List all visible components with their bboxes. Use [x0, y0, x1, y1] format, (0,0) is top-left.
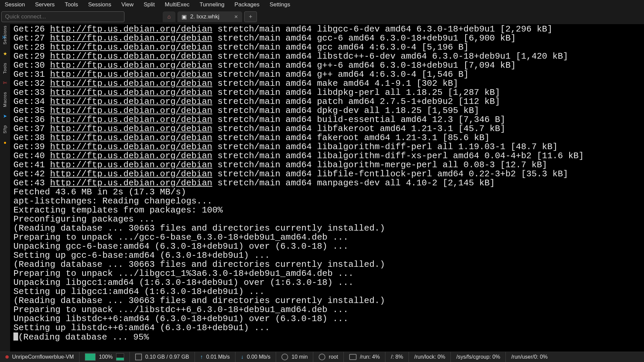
menu-item-view[interactable]: View [119, 1, 136, 9]
cpu-bar-icon [85, 353, 96, 361]
status-cgroup-label: /sys/fs/cgroup: 0% [456, 354, 500, 360]
menu-item-servers[interactable]: Servers [33, 1, 57, 9]
menu-item-split[interactable]: Split [142, 1, 157, 9]
status-uptime-label: 10 min [291, 354, 308, 360]
status-uptime: 10 min [276, 352, 313, 362]
menu-item-session[interactable]: Session [3, 1, 27, 9]
status-run-label: /run: 4% [360, 354, 380, 360]
status-runuser-label: /run/user/0: 0% [511, 354, 548, 360]
home-icon: ⌂ [167, 14, 171, 20]
plus-icon: + [249, 13, 253, 20]
status-host: UnripeCornflowerblue-VM [0, 352, 79, 362]
upload-icon: ↑ [200, 354, 203, 360]
send-icon[interactable]: ➤ [2, 113, 8, 119]
menu-item-tools[interactable]: Tools [63, 1, 80, 9]
status-netup-label: 0.01 Mb/s [206, 354, 230, 360]
menu-item-tunneling[interactable]: Tunneling [198, 1, 226, 9]
session-tab-active[interactable]: ▣ 2. lxxz.whkj ✕ [177, 11, 242, 22]
status-disk-runuser: /run/user/0: 0% [506, 352, 553, 362]
sidebar-item-sessions[interactable]: Sessions [3, 25, 7, 45]
tab-label: 2. lxxz.whkj [190, 13, 219, 20]
status-disk-run: /run: 4% [344, 352, 386, 362]
sidebar-item-macros[interactable]: Macros [3, 92, 7, 107]
status-net-down: ↓ 0.00 Mb/s [235, 352, 276, 362]
star-icon[interactable]: ★ [2, 51, 8, 57]
quick-connect-input[interactable] [1, 11, 124, 22]
status-user: root [313, 352, 344, 362]
status-net-up: ↑ 0.01 Mb/s [195, 352, 235, 362]
menubar: SessionServersToolsSessionsViewSplitMult… [0, 0, 644, 11]
status-disk-runlock: /run/lock: 0% [409, 352, 451, 362]
menu-item-sessions[interactable]: Sessions [86, 1, 113, 9]
clock-icon [281, 354, 288, 360]
status-rootfs-label: /: 8% [391, 354, 403, 360]
home-tab[interactable]: ⌂ [163, 11, 175, 22]
new-tab-button[interactable]: + [244, 11, 257, 22]
toolbar-row: ⌂ ▣ 2. lxxz.whkj ✕ + [0, 11, 644, 24]
cpu-graph-icon [116, 353, 124, 361]
memory-icon [135, 354, 142, 360]
status-disk-root: /: 8% [385, 352, 409, 362]
left-sidebar: Sessions ★ Tools ✄ Macros ➤ Sftp ● [0, 24, 10, 353]
terminal-output[interactable]: Get:26 http://ftp.us.debian.org/debian s… [10, 24, 644, 353]
menu-item-packages[interactable]: Packages [232, 1, 262, 9]
knife-icon[interactable]: ✄ [2, 80, 8, 86]
status-disk-cgroup: /sys/fs/cgroup: 0% [451, 352, 506, 362]
status-bar: UnripeCornflowerblue-VM 100% 0.10 GB / 0… [0, 352, 644, 362]
menu-item-settings[interactable]: Settings [268, 1, 292, 9]
status-mem-label: 0.10 GB / 0.97 GB [145, 354, 189, 360]
sidebar-item-sftp[interactable]: Sftp [3, 125, 7, 133]
download-icon: ↓ [241, 354, 244, 360]
dot-icon[interactable]: ● [2, 139, 8, 145]
status-mem: 0.10 GB / 0.97 GB [130, 352, 195, 362]
user-icon [319, 354, 325, 360]
status-host-label: UnripeCornflowerblue-VM [12, 354, 74, 360]
status-runlock-label: /run/lock: 0% [414, 354, 445, 360]
menu-item-multiexec[interactable]: MultiExec [163, 1, 192, 9]
status-netdn-label: 0.00 Mb/s [247, 354, 270, 360]
status-cpu-label: 100% [99, 354, 113, 360]
status-cpu: 100% [79, 352, 130, 362]
status-user-label: root [329, 354, 338, 360]
terminal-icon: ▣ [181, 13, 187, 20]
record-icon [5, 355, 9, 359]
tab-strip: ⌂ ▣ 2. lxxz.whkj ✕ + [163, 11, 257, 22]
sidebar-item-tools[interactable]: Tools [3, 63, 7, 74]
close-icon[interactable]: ✕ [234, 14, 238, 19]
disk-icon [349, 354, 357, 360]
